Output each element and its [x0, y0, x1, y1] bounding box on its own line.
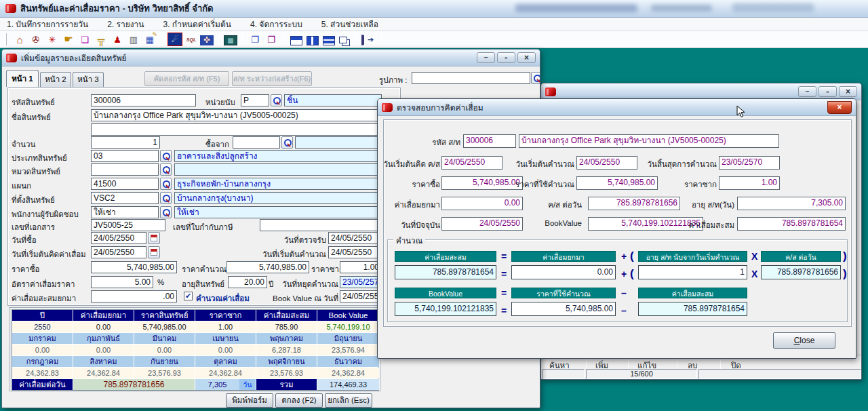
days-value: 7,305	[195, 380, 239, 389]
menu-system[interactable]: 4. จัดการระบบ	[250, 18, 302, 31]
plus-sign: +	[621, 251, 627, 262]
receive-date-input[interactable]: 24/05/2550	[328, 232, 382, 244]
sql-icon[interactable]	[184, 33, 199, 46]
quantity-label: จำนวน	[12, 138, 35, 151]
tab-page-3[interactable]: หน้า 3	[73, 72, 104, 87]
home-icon[interactable]	[12, 33, 27, 46]
buy-date-calendar-button[interactable]	[148, 232, 160, 244]
cancel-button[interactable]: ยกเลิก (Esc)	[325, 393, 372, 408]
asset-type-input[interactable]: 03	[91, 150, 159, 162]
department-input[interactable]: 41500	[91, 178, 159, 190]
copy-window-icon[interactable]	[77, 33, 92, 46]
table-header: ปี	[12, 310, 73, 321]
asset-type-lookup-button[interactable]	[160, 150, 172, 162]
close-icon[interactable]	[827, 101, 852, 114]
minimize-button[interactable]	[798, 86, 816, 97]
bookvalue-date-input[interactable]: 24/05/2550	[340, 290, 382, 302]
year-salvage-cell: 1.00	[195, 321, 256, 332]
org-chart-icon[interactable]	[94, 33, 108, 46]
paste-doc-icon[interactable]	[264, 33, 279, 46]
responsible-input[interactable]: ให้เช่า	[91, 206, 159, 218]
calc-price-input[interactable]: 5,740,985.00	[226, 261, 309, 273]
edit-grid-icon[interactable]	[142, 33, 157, 46]
asset-group-lookup-button[interactable]	[160, 163, 172, 176]
asset-group-input[interactable]	[91, 163, 159, 176]
maximize-button[interactable]	[497, 52, 515, 63]
month-header: มกราคม	[12, 333, 73, 344]
minimize-button[interactable]	[477, 52, 495, 63]
department-label: แผนก	[12, 180, 31, 192]
trash-icon[interactable]	[126, 33, 141, 46]
tab-page-2[interactable]: หน้า 2	[40, 72, 71, 87]
department-lookup-button[interactable]	[160, 178, 172, 190]
menu-daily-entry[interactable]: 1. บันทึกรายการรายวัน	[7, 18, 88, 31]
depre-start-label: วันที่เริ่มต้นคิดค่าเสื่อม	[12, 248, 86, 260]
per-day-label: ค่าเสื่อมต่อวัน	[12, 379, 73, 390]
eq1-b-chip: อายุ ส/ท นับจากวันเริ่มคำนวณ	[638, 251, 747, 262]
month-value: 0.00	[12, 345, 73, 355]
hand-icon[interactable]	[61, 33, 76, 46]
asset-code-input[interactable]: 300006	[91, 94, 196, 106]
calc-price-label: ราคาคำนวณ	[182, 263, 226, 275]
unit-lookup-button[interactable]	[271, 94, 282, 106]
exit-icon[interactable]	[361, 35, 376, 45]
menu-defaults[interactable]: 3. กำหนดค่าเริ่มต้น	[163, 18, 231, 31]
equals-sign: =	[501, 288, 507, 298]
calc-depre-checkbox[interactable]	[184, 292, 193, 300]
user-red-icon[interactable]	[110, 33, 125, 46]
document-no-input[interactable]: JV5005-25	[91, 219, 165, 231]
vendor-lookup-button[interactable]	[281, 136, 293, 149]
vendor-input[interactable]	[233, 136, 280, 149]
ok-button[interactable]: ตกลง (F2)	[275, 393, 323, 408]
screen: สินทรัพย์และค่าเสื่อมราคา - บริษัท วิทยา…	[0, 0, 868, 411]
location-input[interactable]: VSC2	[91, 192, 159, 204]
image-lookup-button[interactable]	[531, 72, 540, 84]
asset-name-input[interactable]: บ้านกลางกรุง Office Park สุขุมวิท-บางนา …	[91, 109, 382, 121]
calc-group-legend: คำนวณ	[393, 235, 425, 247]
tax-invoice-input[interactable]	[260, 219, 382, 231]
video-capture-icon[interactable]	[28, 33, 43, 46]
plus-sign: +	[621, 269, 627, 279]
copy-doc-icon[interactable]	[248, 33, 262, 46]
table-header: ค่าเสื่อมยกมา	[73, 310, 134, 321]
depre-start-input[interactable]: 24/05/2550	[91, 246, 146, 258]
month-header: ธันวาคม	[317, 356, 379, 367]
menu-reports[interactable]: 2. รายงาน	[107, 18, 144, 31]
menu-help[interactable]: 5. ส่วนช่วยเหลือ	[321, 18, 378, 31]
asset-window-icon	[6, 54, 17, 62]
location-lookup-button[interactable]	[160, 192, 172, 204]
asset-life-input[interactable]: 20.00	[228, 276, 267, 288]
satellite-icon[interactable]	[167, 33, 182, 46]
maximize-button[interactable]	[818, 86, 837, 97]
language-flag-icon[interactable]	[200, 35, 214, 45]
close-icon[interactable]	[517, 52, 536, 63]
month-header: มิถุนายน	[317, 333, 379, 344]
calc-start-input[interactable]: 24/05/2550	[328, 246, 382, 258]
transfer-arrows-icon[interactable]	[45, 33, 60, 46]
tab-page-1[interactable]: หน้า 1	[6, 70, 39, 87]
asset-type-desc: อาคารและสิ่งปลูกสร้าง	[174, 150, 382, 162]
responsible-lookup-button[interactable]	[160, 206, 172, 218]
asset-window-titlebar: เพิ่มข้อมูลรายละเอียดสินทรัพย์	[2, 50, 540, 66]
tile-vertical-icon[interactable]	[307, 36, 319, 45]
close-button[interactable]: Close	[773, 332, 835, 349]
depre-start-calendar-button[interactable]	[148, 246, 160, 258]
window-single-icon[interactable]	[290, 36, 302, 45]
cascade-windows-icon[interactable]	[339, 37, 347, 43]
price-input[interactable]: 5,740,985.00	[91, 261, 177, 273]
accum-brought-input[interactable]: .00	[91, 290, 177, 302]
quantity-input[interactable]: 1	[91, 136, 160, 149]
calculator-icon[interactable]	[224, 35, 237, 45]
close-icon[interactable]	[839, 86, 857, 97]
month-value: 23,576.93	[256, 368, 317, 378]
tile-horizontal-icon[interactable]	[323, 36, 335, 45]
salvage-input[interactable]: 1.00	[340, 261, 382, 273]
eq1-result-chip: ค่าเสื่อมสะสม	[395, 251, 496, 262]
asset-name-input-2[interactable]	[91, 123, 382, 136]
unit-input[interactable]: P	[241, 94, 269, 106]
end-calc-value: 23/05/2570	[719, 156, 780, 170]
buy-date-input[interactable]: 24/05/2550	[91, 232, 146, 244]
image-input[interactable]	[412, 72, 530, 84]
depre-rate-input[interactable]: 5.00	[91, 276, 153, 288]
print-form-button[interactable]: พิมพ์ฟอร์ม	[226, 393, 273, 408]
